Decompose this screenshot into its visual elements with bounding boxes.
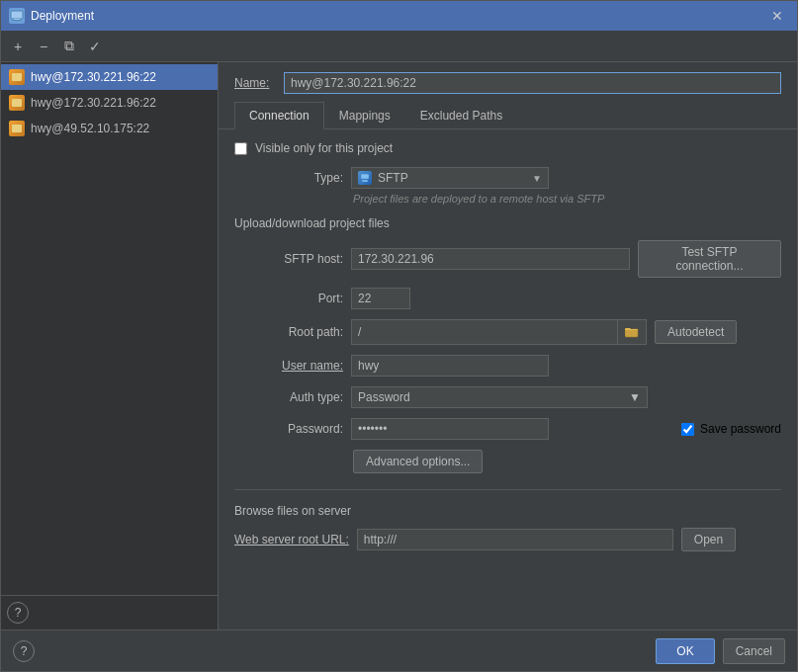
deployment-dialog: Deployment ✕ + − ⧉ ✓ hwy@172.30.221.96:2… bbox=[0, 0, 798, 672]
type-row: Type: SFTP ▼ bbox=[234, 167, 781, 189]
type-value: SFTP bbox=[378, 171, 526, 185]
visible-only-row: Visible only for this project bbox=[234, 141, 781, 155]
check-button[interactable]: ✓ bbox=[84, 36, 106, 57]
visible-only-label: Visible only for this project bbox=[255, 141, 393, 155]
name-input[interactable] bbox=[284, 72, 781, 94]
auth-type-label: Auth type: bbox=[234, 390, 343, 404]
sidebar-item-0[interactable]: hwy@172.30.221.96:22 bbox=[1, 64, 218, 90]
password-label: Password: bbox=[234, 422, 343, 436]
auth-type-arrow: ▼ bbox=[629, 390, 641, 404]
type-label: Type: bbox=[234, 171, 343, 185]
port-input[interactable] bbox=[351, 288, 410, 309]
root-path-input[interactable] bbox=[351, 319, 618, 345]
advanced-options-row: Advanced options... bbox=[353, 450, 781, 473]
close-button[interactable]: ✕ bbox=[765, 6, 789, 26]
auth-type-row: Auth type: Password ▼ bbox=[234, 386, 781, 408]
server-icon-2 bbox=[9, 121, 25, 136]
web-server-root-input[interactable] bbox=[357, 529, 673, 550]
type-select[interactable]: SFTP ▼ bbox=[351, 167, 549, 189]
tabs: Connection Mappings Excluded Paths bbox=[219, 102, 797, 129]
tab-connection[interactable]: Connection bbox=[234, 102, 324, 129]
ok-button[interactable]: OK bbox=[656, 638, 714, 664]
server-icon-1 bbox=[9, 95, 25, 111]
sidebar-item-1[interactable]: hwy@172.30.221.96:22 bbox=[1, 90, 218, 116]
sidebar-item-2[interactable]: hwy@49.52.10.175:22 bbox=[1, 116, 218, 141]
type-hint: Project files are deployed to a remote h… bbox=[353, 193, 781, 205]
port-label: Port: bbox=[234, 292, 343, 305]
sidebar-bottom: ? bbox=[1, 595, 218, 630]
title-bar: Deployment ✕ bbox=[1, 1, 797, 31]
svg-rect-5 bbox=[625, 329, 638, 337]
username-input[interactable] bbox=[351, 355, 549, 377]
tab-content: Visible only for this project Type: SFTP bbox=[219, 129, 797, 630]
root-path-row: Root path: Autodetect bbox=[234, 319, 781, 345]
svg-rect-2 bbox=[13, 20, 21, 21]
advanced-options-button[interactable]: Advanced options... bbox=[353, 450, 483, 473]
upload-section-title: Upload/download project files bbox=[234, 216, 781, 230]
test-sftp-button[interactable]: Test SFTP connection... bbox=[638, 240, 781, 278]
bottom-help-button[interactable]: ? bbox=[13, 640, 35, 662]
sftp-host-row: SFTP host: Test SFTP connection... bbox=[234, 240, 781, 278]
save-password-row: Save password bbox=[681, 422, 781, 436]
help-button[interactable]: ? bbox=[7, 602, 29, 624]
username-label: User name: bbox=[234, 359, 343, 373]
ok-cancel-row: OK Cancel bbox=[656, 638, 785, 664]
open-button[interactable]: Open bbox=[681, 528, 736, 551]
sftp-host-label: SFTP host: bbox=[234, 252, 343, 266]
sidebar-item-label-0: hwy@172.30.221.96:22 bbox=[31, 70, 156, 84]
password-input[interactable] bbox=[351, 418, 549, 440]
dialog-title: Deployment bbox=[31, 9, 94, 23]
bottom-bar: ? OK Cancel bbox=[1, 630, 797, 671]
browse-section-title: Browse files on server bbox=[234, 504, 781, 518]
sftp-icon bbox=[358, 171, 372, 185]
port-row: Port: bbox=[234, 288, 781, 309]
cancel-button[interactable]: Cancel bbox=[723, 638, 785, 664]
title-bar-left: Deployment bbox=[9, 8, 94, 24]
save-password-label: Save password bbox=[700, 422, 781, 436]
password-row: Password: Save password bbox=[234, 418, 781, 440]
web-server-root-label: Web server root URL: bbox=[234, 533, 349, 546]
type-dropdown-arrow: ▼ bbox=[532, 173, 542, 184]
tab-mappings[interactable]: Mappings bbox=[324, 102, 405, 129]
svg-rect-4 bbox=[362, 180, 368, 182]
auth-type-select[interactable]: Password ▼ bbox=[351, 386, 648, 408]
server-icon-0 bbox=[9, 69, 25, 85]
autodetect-button[interactable]: Autodetect bbox=[655, 320, 737, 344]
root-path-label: Root path: bbox=[234, 325, 343, 339]
sidebar: hwy@172.30.221.96:22 hwy@172.30.221.96:2… bbox=[1, 62, 219, 630]
root-path-input-wrap bbox=[351, 319, 647, 345]
remove-button[interactable]: − bbox=[33, 36, 54, 57]
name-label: Name: bbox=[234, 76, 274, 90]
copy-button[interactable]: ⧉ bbox=[58, 36, 80, 57]
sidebar-item-label-2: hwy@49.52.10.175:22 bbox=[31, 122, 149, 135]
content-area: hwy@172.30.221.96:22 hwy@172.30.221.96:2… bbox=[1, 62, 797, 630]
web-server-root-row: Web server root URL: Open bbox=[234, 528, 781, 551]
main-panel: Name: Connection Mappings Excluded Paths bbox=[219, 62, 797, 630]
sidebar-item-label-1: hwy@172.30.221.96:22 bbox=[31, 96, 156, 110]
save-password-checkbox[interactable] bbox=[681, 423, 694, 436]
name-row: Name: bbox=[219, 62, 797, 102]
tab-excluded-paths[interactable]: Excluded Paths bbox=[405, 102, 517, 129]
visible-only-checkbox[interactable] bbox=[234, 142, 247, 155]
app-icon bbox=[9, 8, 25, 24]
svg-rect-0 bbox=[11, 11, 23, 19]
toolbar: + − ⧉ ✓ bbox=[1, 31, 797, 62]
browse-section: Browse files on server Web server root U… bbox=[234, 489, 781, 551]
svg-rect-3 bbox=[361, 174, 369, 179]
sftp-host-input[interactable] bbox=[351, 248, 630, 270]
add-button[interactable]: + bbox=[7, 36, 29, 57]
folder-browse-button[interactable] bbox=[618, 319, 647, 345]
username-row: User name: bbox=[234, 355, 781, 377]
auth-type-value: Password bbox=[358, 390, 410, 404]
